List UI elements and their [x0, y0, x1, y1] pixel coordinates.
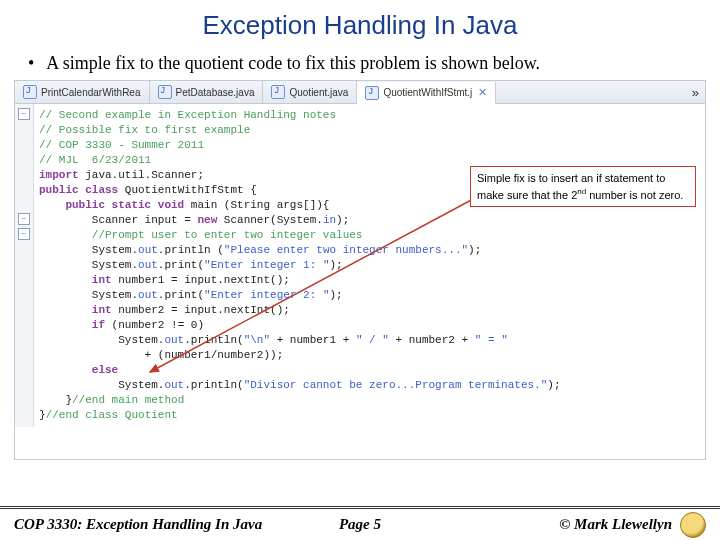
bullet-dot: • [28, 53, 34, 74]
editor-gutter: − − − [15, 104, 34, 427]
slide-footer: COP 3330: Exception Handling In Java Pag… [0, 506, 720, 540]
tab-label: Quotient.java [289, 87, 348, 98]
code-line: }//end class Quotient [39, 408, 705, 423]
code-line: System.out.println("Divisor cannot be ze… [39, 378, 705, 393]
fold-toggle-icon[interactable]: − [18, 213, 30, 225]
fold-toggle-icon[interactable]: − [18, 108, 30, 120]
java-file-icon [23, 85, 37, 99]
code-line: //Prompt user to enter two integer value… [39, 228, 705, 243]
tab-overflow-button[interactable]: » [686, 85, 705, 100]
code-line: // Second example in Exception Handling … [39, 108, 705, 123]
code-line: System.out.println ("Please enter two in… [39, 243, 705, 258]
code-line: System.out.print("Enter integer 2: "); [39, 288, 705, 303]
footer-page: Page 5 [339, 516, 381, 533]
tab-label: QuotientWithIfStmt.j [383, 87, 472, 98]
code-line: if (number2 != 0) [39, 318, 705, 333]
java-file-icon [365, 86, 379, 100]
code-line: // Possible fix to first example [39, 123, 705, 138]
code-line: else [39, 363, 705, 378]
code-line: // COP 3330 - Summer 2011 [39, 138, 705, 153]
tab-quotient[interactable]: Quotient.java [263, 81, 357, 103]
editor-tab-bar: PrintCalendarWithRea PetDatabase.java Qu… [15, 81, 705, 104]
footer-left: COP 3330: Exception Handling In Java [14, 516, 262, 533]
java-file-icon [158, 85, 172, 99]
tab-petdatabase[interactable]: PetDatabase.java [150, 81, 264, 103]
code-line: System.out.println("\n" + number1 + " / … [39, 333, 705, 348]
java-file-icon [271, 85, 285, 99]
close-icon[interactable]: ✕ [478, 86, 487, 99]
code-line: System.out.print("Enter integer 1: "); [39, 258, 705, 273]
bullet-text: A simple fix to the quotient code to fix… [46, 53, 540, 74]
callout-text-b: number is not zero. [586, 189, 683, 201]
code-line: int number2 = input.nextInt(); [39, 303, 705, 318]
fold-toggle-icon[interactable]: − [18, 228, 30, 240]
bullet-row: • A simple fix to the quotient code to f… [0, 41, 720, 80]
code-line: }//end main method [39, 393, 705, 408]
slide-title: Exception Handling In Java [0, 0, 720, 41]
footer-right: © Mark Llewellyn [559, 512, 706, 538]
tab-quotientwithifstmt[interactable]: QuotientWithIfStmt.j ✕ [357, 82, 496, 104]
ucf-logo-icon [680, 512, 706, 538]
code-area: − − − // Second example in Exception Han… [15, 104, 705, 427]
slide: Exception Handling In Java • A simple fi… [0, 0, 720, 540]
ide-pane: PrintCalendarWithRea PetDatabase.java Qu… [14, 80, 706, 460]
tab-printcalendar[interactable]: PrintCalendarWithRea [15, 81, 150, 103]
tab-label: PrintCalendarWithRea [41, 87, 141, 98]
callout-sup: nd [577, 187, 586, 196]
code-line: int number1 = input.nextInt(); [39, 273, 705, 288]
footer-copyright: © Mark Llewellyn [559, 516, 672, 533]
code-line: Scanner input = new Scanner(System.in); [39, 213, 705, 228]
code-line: + (number1/number2)); [39, 348, 705, 363]
callout-box: Simple fix is to insert an if statement … [470, 166, 696, 207]
tab-label: PetDatabase.java [176, 87, 255, 98]
